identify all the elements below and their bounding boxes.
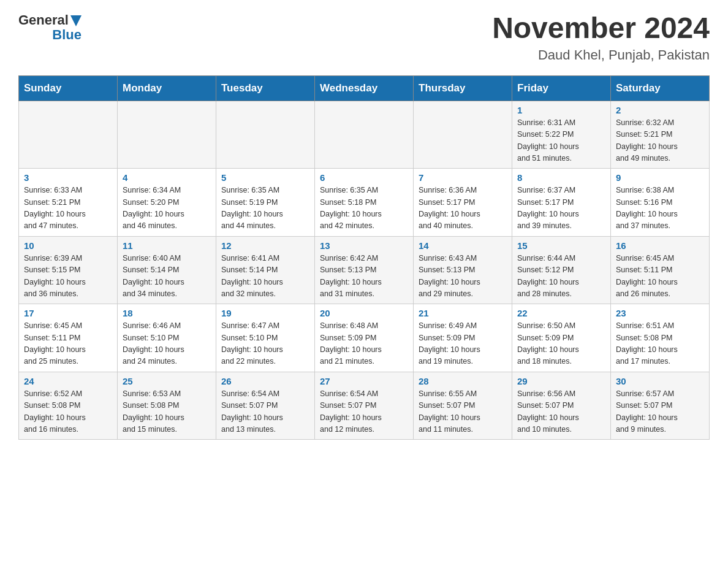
logo-general-text: General bbox=[18, 12, 69, 28]
day-info: Sunrise: 6:46 AMSunset: 5:10 PMDaylight:… bbox=[123, 320, 211, 368]
day-number: 29 bbox=[517, 376, 605, 386]
calendar-cell: 11Sunrise: 6:40 AMSunset: 5:14 PMDayligh… bbox=[118, 236, 216, 304]
calendar-cell: 18Sunrise: 6:46 AMSunset: 5:10 PMDayligh… bbox=[118, 304, 216, 372]
page-header: General Blue November 2024 Daud Khel, Pu… bbox=[18, 12, 710, 63]
day-number: 10 bbox=[24, 240, 112, 251]
day-number: 12 bbox=[221, 240, 309, 251]
day-info: Sunrise: 6:44 AMSunset: 5:12 PMDaylight:… bbox=[517, 253, 605, 301]
calendar-cell: 1Sunrise: 6:31 AMSunset: 5:22 PMDaylight… bbox=[512, 101, 611, 169]
svg-marker-0 bbox=[70, 15, 82, 26]
day-number: 24 bbox=[24, 376, 112, 386]
day-info: Sunrise: 6:54 AMSunset: 5:07 PMDaylight:… bbox=[320, 388, 408, 436]
day-info: Sunrise: 6:33 AMSunset: 5:21 PMDaylight:… bbox=[24, 185, 112, 232]
day-info: Sunrise: 6:42 AMSunset: 5:13 PMDaylight:… bbox=[320, 253, 408, 301]
day-info: Sunrise: 6:41 AMSunset: 5:14 PMDaylight:… bbox=[221, 253, 309, 301]
calendar-cell: 7Sunrise: 6:36 AMSunset: 5:17 PMDaylight… bbox=[414, 169, 512, 237]
calendar-header-row: SundayMondayTuesdayWednesdayThursdayFrid… bbox=[19, 75, 710, 101]
logo-blue-text: Blue bbox=[52, 27, 82, 43]
calendar-cell: 22Sunrise: 6:50 AMSunset: 5:09 PMDayligh… bbox=[512, 304, 611, 372]
calendar-cell: 30Sunrise: 6:57 AMSunset: 5:07 PMDayligh… bbox=[611, 372, 710, 440]
day-info: Sunrise: 6:47 AMSunset: 5:10 PMDaylight:… bbox=[221, 320, 309, 368]
calendar-cell: 5Sunrise: 6:35 AMSunset: 5:19 PMDaylight… bbox=[216, 169, 315, 237]
day-info: Sunrise: 6:51 AMSunset: 5:08 PMDaylight:… bbox=[616, 320, 704, 368]
calendar-cell bbox=[118, 101, 216, 169]
day-info: Sunrise: 6:45 AMSunset: 5:11 PMDaylight:… bbox=[24, 320, 112, 368]
day-info: Sunrise: 6:34 AMSunset: 5:20 PMDaylight:… bbox=[123, 185, 211, 232]
day-info: Sunrise: 6:43 AMSunset: 5:13 PMDaylight:… bbox=[419, 253, 507, 301]
day-number: 13 bbox=[320, 240, 408, 251]
day-number: 3 bbox=[24, 172, 112, 183]
calendar-cell: 4Sunrise: 6:34 AMSunset: 5:20 PMDaylight… bbox=[118, 169, 216, 237]
calendar-week-row: 3Sunrise: 6:33 AMSunset: 5:21 PMDaylight… bbox=[19, 169, 710, 237]
day-number: 16 bbox=[616, 240, 704, 251]
day-number: 26 bbox=[221, 376, 309, 386]
calendar-week-row: 17Sunrise: 6:45 AMSunset: 5:11 PMDayligh… bbox=[19, 304, 710, 372]
calendar-cell bbox=[19, 101, 118, 169]
calendar-week-row: 1Sunrise: 6:31 AMSunset: 5:22 PMDaylight… bbox=[19, 101, 710, 169]
calendar-day-header: Friday bbox=[512, 75, 611, 101]
calendar-cell: 14Sunrise: 6:43 AMSunset: 5:13 PMDayligh… bbox=[414, 236, 512, 304]
calendar-cell: 23Sunrise: 6:51 AMSunset: 5:08 PMDayligh… bbox=[611, 304, 710, 372]
day-info: Sunrise: 6:53 AMSunset: 5:08 PMDaylight:… bbox=[123, 388, 211, 436]
calendar-cell: 21Sunrise: 6:49 AMSunset: 5:09 PMDayligh… bbox=[414, 304, 512, 372]
day-number: 7 bbox=[419, 172, 507, 183]
calendar-cell: 6Sunrise: 6:35 AMSunset: 5:18 PMDaylight… bbox=[315, 169, 414, 237]
calendar-cell bbox=[315, 101, 414, 169]
calendar-cell: 24Sunrise: 6:52 AMSunset: 5:08 PMDayligh… bbox=[19, 372, 118, 440]
calendar-day-header: Monday bbox=[118, 75, 216, 101]
calendar-day-header: Thursday bbox=[414, 75, 512, 101]
day-info: Sunrise: 6:38 AMSunset: 5:16 PMDaylight:… bbox=[616, 185, 704, 232]
calendar-cell: 25Sunrise: 6:53 AMSunset: 5:08 PMDayligh… bbox=[118, 372, 216, 440]
calendar-cell: 13Sunrise: 6:42 AMSunset: 5:13 PMDayligh… bbox=[315, 236, 414, 304]
day-number: 30 bbox=[616, 376, 704, 386]
calendar-cell: 8Sunrise: 6:37 AMSunset: 5:17 PMDaylight… bbox=[512, 169, 611, 237]
day-number: 15 bbox=[517, 240, 605, 251]
day-info: Sunrise: 6:37 AMSunset: 5:17 PMDaylight:… bbox=[517, 185, 605, 232]
day-info: Sunrise: 6:40 AMSunset: 5:14 PMDaylight:… bbox=[123, 253, 211, 301]
day-number: 18 bbox=[123, 308, 211, 318]
day-info: Sunrise: 6:57 AMSunset: 5:07 PMDaylight:… bbox=[616, 388, 704, 436]
day-info: Sunrise: 6:52 AMSunset: 5:08 PMDaylight:… bbox=[24, 388, 112, 436]
month-title: November 2024 bbox=[492, 12, 710, 45]
calendar-cell: 19Sunrise: 6:47 AMSunset: 5:10 PMDayligh… bbox=[216, 304, 315, 372]
day-number: 27 bbox=[320, 376, 408, 386]
day-number: 8 bbox=[517, 172, 605, 183]
day-info: Sunrise: 6:36 AMSunset: 5:17 PMDaylight:… bbox=[419, 185, 507, 232]
calendar-table: SundayMondayTuesdayWednesdayThursdayFrid… bbox=[18, 75, 710, 440]
day-info: Sunrise: 6:50 AMSunset: 5:09 PMDaylight:… bbox=[517, 320, 605, 368]
calendar-cell: 16Sunrise: 6:45 AMSunset: 5:11 PMDayligh… bbox=[611, 236, 710, 304]
calendar-cell: 20Sunrise: 6:48 AMSunset: 5:09 PMDayligh… bbox=[315, 304, 414, 372]
calendar-week-row: 24Sunrise: 6:52 AMSunset: 5:08 PMDayligh… bbox=[19, 372, 710, 440]
day-number: 1 bbox=[517, 105, 605, 115]
calendar-day-header: Tuesday bbox=[216, 75, 315, 101]
calendar-cell: 27Sunrise: 6:54 AMSunset: 5:07 PMDayligh… bbox=[315, 372, 414, 440]
day-number: 9 bbox=[616, 172, 704, 183]
day-number: 4 bbox=[123, 172, 211, 183]
day-number: 28 bbox=[419, 376, 507, 386]
calendar-cell: 9Sunrise: 6:38 AMSunset: 5:16 PMDaylight… bbox=[611, 169, 710, 237]
logo: General Blue bbox=[18, 12, 82, 43]
day-number: 20 bbox=[320, 308, 408, 318]
day-info: Sunrise: 6:54 AMSunset: 5:07 PMDaylight:… bbox=[221, 388, 309, 436]
calendar-cell: 17Sunrise: 6:45 AMSunset: 5:11 PMDayligh… bbox=[19, 304, 118, 372]
day-number: 11 bbox=[123, 240, 211, 251]
day-info: Sunrise: 6:32 AMSunset: 5:21 PMDaylight:… bbox=[616, 117, 704, 165]
day-number: 23 bbox=[616, 308, 704, 318]
calendar-week-row: 10Sunrise: 6:39 AMSunset: 5:15 PMDayligh… bbox=[19, 236, 710, 304]
calendar-cell: 26Sunrise: 6:54 AMSunset: 5:07 PMDayligh… bbox=[216, 372, 315, 440]
day-number: 22 bbox=[517, 308, 605, 318]
day-info: Sunrise: 6:49 AMSunset: 5:09 PMDaylight:… bbox=[419, 320, 507, 368]
day-info: Sunrise: 6:31 AMSunset: 5:22 PMDaylight:… bbox=[517, 117, 605, 165]
location-subtitle: Daud Khel, Punjab, Pakistan bbox=[492, 47, 710, 63]
day-number: 14 bbox=[419, 240, 507, 251]
day-info: Sunrise: 6:56 AMSunset: 5:07 PMDaylight:… bbox=[517, 388, 605, 436]
day-number: 25 bbox=[123, 376, 211, 386]
calendar-cell: 29Sunrise: 6:56 AMSunset: 5:07 PMDayligh… bbox=[512, 372, 611, 440]
day-number: 2 bbox=[616, 105, 704, 115]
calendar-day-header: Sunday bbox=[19, 75, 118, 101]
calendar-cell bbox=[216, 101, 315, 169]
calendar-cell: 2Sunrise: 6:32 AMSunset: 5:21 PMDaylight… bbox=[611, 101, 710, 169]
day-number: 21 bbox=[419, 308, 507, 318]
calendar-cell bbox=[414, 101, 512, 169]
logo-triangle-icon bbox=[70, 15, 82, 26]
